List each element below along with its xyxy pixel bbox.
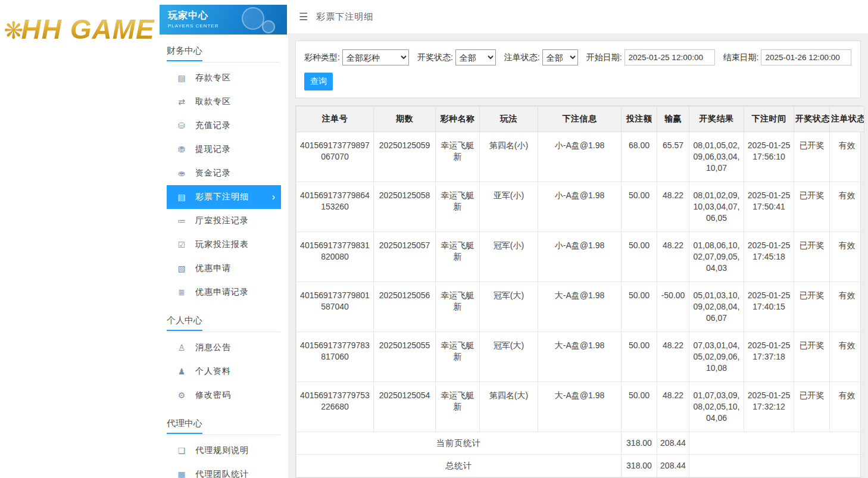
section-label-text: 代理中心 [167, 418, 202, 434]
order-status-label: 注单状态: [504, 52, 540, 63]
cell: 已开奖 [794, 282, 830, 332]
cell: 大-A盘@1.98 [538, 382, 622, 432]
section-label: 个人中心 [167, 315, 280, 332]
cell: 幸运飞艇新 [436, 332, 480, 382]
sidebar-item-label: 充值记录 [195, 120, 231, 131]
column-header: 开奖状态 [794, 107, 830, 132]
cell: 第四名(小) [480, 132, 538, 182]
cell: 2025-01-25 17:50:41 [744, 182, 794, 232]
sidebar-item-agent-team-stats[interactable]: ▦代理团队统计 [167, 463, 281, 478]
bet-table-panel: 注单号期数彩种名称玩法下注信息投注额输赢开奖结果下注时间开奖状态注单状态4015… [295, 105, 861, 478]
sidebar-item-label: 厅室投注记录 [195, 215, 249, 226]
cell: 大-A盘@1.98 [538, 282, 622, 332]
funds-record-icon: ⛂ [176, 168, 187, 178]
sidebar-item-label: 优惠申请 [195, 263, 231, 274]
sidebar-item-recharge-record[interactable]: ⛁充值记录 [167, 114, 281, 138]
change-password-icon: ⚙ [176, 390, 187, 400]
column-header: 投注额 [622, 107, 657, 132]
player-bet-report-icon: ☑ [176, 240, 187, 249]
table-row: 40156917377980158704020250125056幸运飞艇新冠军(… [296, 282, 864, 332]
column-header: 玩法 [480, 107, 538, 132]
sidebar-item-label: 代理规则说明 [195, 445, 249, 456]
sidebar-item-change-password[interactable]: ⚙修改密码 [167, 383, 281, 407]
summary-bet-total: 318.00 [622, 455, 657, 477]
section-label-text: 个人中心 [167, 315, 202, 331]
cell: 有效 [830, 182, 864, 232]
cell: 小-A盘@1.98 [538, 182, 622, 232]
start-date-input[interactable] [625, 49, 715, 65]
recharge-record-icon: ⛁ [176, 121, 187, 130]
page-summary-row: 当前页统计318.00208.44 [296, 432, 864, 455]
cell: 幸运飞艇新 [436, 182, 480, 232]
cell: 50.00 [622, 232, 657, 282]
sidebar-item-deposit[interactable]: ▤存款专区 [167, 66, 281, 90]
sidebar-item-promo-apply-record[interactable]: ≣优惠申请记录 [167, 280, 281, 304]
sidebar-item-withdraw[interactable]: ⇄取款专区 [167, 90, 281, 114]
brand-logo: ❋HH GAME [4, 13, 155, 45]
draw-status-select[interactable]: 全部 [455, 49, 496, 65]
summary-label: 总统计 [296, 455, 622, 477]
cell: 08,01,05,02,09,06,03,04,10,07 [689, 132, 744, 182]
players-center-header: 玩家中心 PLAYERS CENTER [160, 5, 287, 35]
bet-table: 注单号期数彩种名称玩法下注信息投注额输赢开奖结果下注时间开奖状态注单状态4015… [296, 106, 864, 477]
cell: 48.22 [657, 182, 689, 232]
sidebar-item-label: 彩票下注明细 [195, 192, 249, 202]
sidebar-item-profile[interactable]: ♟个人资料 [167, 360, 281, 383]
cell: 有效 [830, 232, 864, 282]
summary-winloss-total: 208.44 [657, 455, 689, 477]
sidebar-item-label: 修改密码 [195, 390, 231, 401]
column-header: 输赢 [657, 107, 689, 132]
cell: 48.22 [657, 332, 689, 382]
content: 彩种类型: 全部彩种 开奖状态: 全部 注单状态: 全部 开始日期: 结束日期: [288, 33, 868, 478]
filter-row: 彩种类型: 全部彩种 开奖状态: 全部 注单状态: 全部 开始日期: 结束日期: [304, 49, 852, 65]
sidebar-item-withdrawal-record[interactable]: ⛃提现记录 [167, 138, 281, 161]
cell: 2025-01-25 17:37:18 [744, 332, 794, 382]
end-date-input[interactable] [761, 49, 851, 65]
cell: 2025-01-25 17:32:12 [744, 382, 794, 432]
order-status-select[interactable]: 全部 [542, 49, 578, 65]
agent-rules-icon: ❏ [176, 446, 187, 455]
players-center-title: 玩家中心 [168, 10, 287, 22]
table-row: 40156917377983182008020250125057幸运飞艇新冠军(… [296, 232, 864, 282]
sidebar-item-hall-bet-record[interactable]: ≔厅室投注记录 [167, 209, 281, 233]
cell: 已开奖 [794, 182, 830, 232]
cell: 48.22 [657, 382, 689, 432]
lottery-type-select[interactable]: 全部彩种 [342, 49, 409, 65]
sidebar-item-label: 取款专区 [195, 96, 231, 107]
cell: 幸运飞艇新 [436, 282, 480, 332]
cell: 20250125057 [374, 232, 436, 282]
withdrawal-record-icon: ⛃ [176, 145, 187, 154]
query-button[interactable]: 查询 [304, 73, 333, 90]
cell: 2025-01-25 17:40:15 [744, 282, 794, 332]
cell: 幸运飞艇新 [436, 232, 480, 282]
cell: 401569173779783817060 [296, 332, 374, 382]
cell: 401569173779864153260 [296, 182, 374, 232]
column-header: 注单号 [296, 107, 374, 132]
cell: 有效 [830, 332, 864, 382]
sidebar-item-label: 玩家投注报表 [195, 239, 249, 250]
cell: 08,01,02,09,10,03,04,07,06,05 [689, 182, 744, 232]
menu-toggle-icon[interactable]: ☰ [299, 11, 308, 23]
cell: 48.22 [657, 232, 689, 282]
sidebar-item-player-bet-report[interactable]: ☑玩家投注报表 [167, 233, 281, 257]
promo-apply-icon: ▧ [176, 264, 187, 273]
screen: ❋HH GAME 玩家中心 PLAYERS CENTER 财务中心▤存款专区⇄取… [0, 0, 868, 478]
table-row: 40156917377989706707020250125059幸运飞艇新第四名… [296, 132, 864, 182]
sidebar-item-promo-apply[interactable]: ▧优惠申请 [167, 257, 281, 280]
cell: 亚军(小) [480, 182, 538, 232]
cell: 有效 [830, 382, 864, 432]
sidebar-item-funds-record[interactable]: ⛂资金记录 [167, 161, 281, 185]
draw-status-label: 开奖状态: [417, 52, 453, 63]
table-row: 40156917377986415326020250125058幸运飞艇新亚军(… [296, 182, 864, 232]
sidebar-item-lottery-bet-detail[interactable]: ▤彩票下注明细› [167, 185, 281, 209]
cell: 冠军(大) [480, 282, 538, 332]
sidebar-nav: 财务中心▤存款专区⇄取款专区⛁充值记录⛃提现记录⛂资金记录▤彩票下注明细›≔厅室… [155, 45, 288, 478]
cell: 05,01,03,10,09,02,08,04,06,07 [689, 282, 744, 332]
cell: 401569173779753226680 [296, 382, 374, 432]
sidebar-item-message-announcement[interactable]: ♙消息公告 [167, 336, 281, 360]
cell: 幸运飞艇新 [436, 132, 480, 182]
column-header: 开奖结果 [689, 107, 744, 132]
sidebar-item-agent-rules[interactable]: ❏代理规则说明 [167, 439, 281, 463]
cell: 50.00 [622, 282, 657, 332]
main-area: ☰ 彩票下注明细 彩种类型: 全部彩种 开奖状态: 全部 注单状态: 全部 [288, 0, 868, 478]
